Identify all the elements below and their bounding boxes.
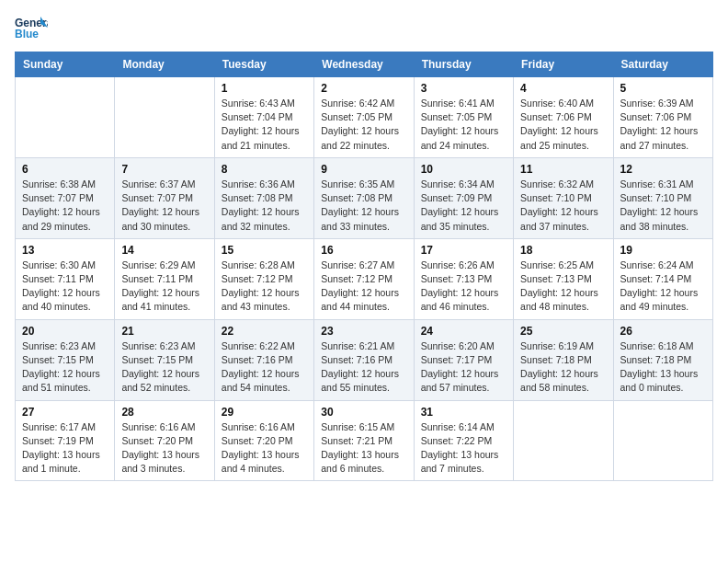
- day-number: 31: [421, 406, 506, 419]
- day-info: Sunrise: 6:18 AM Sunset: 7:18 PM Dayligh…: [620, 339, 706, 396]
- day-number: 14: [121, 244, 207, 257]
- calendar-cell: 2Sunrise: 6:42 AM Sunset: 7:05 PM Daylig…: [314, 77, 414, 158]
- calendar-week-row: 6Sunrise: 6:38 AM Sunset: 7:07 PM Daylig…: [16, 157, 713, 238]
- day-number: 11: [520, 163, 606, 176]
- day-number: 23: [321, 325, 406, 338]
- calendar-cell: 24Sunrise: 6:20 AM Sunset: 7:17 PM Dayli…: [414, 319, 513, 400]
- day-info: Sunrise: 6:32 AM Sunset: 7:10 PM Dayligh…: [520, 178, 606, 234]
- day-info: Sunrise: 6:34 AM Sunset: 7:09 PM Dayligh…: [421, 178, 506, 234]
- day-info: Sunrise: 6:43 AM Sunset: 7:04 PM Dayligh…: [222, 97, 307, 153]
- calendar-cell: [613, 400, 712, 481]
- calendar-week-row: 27Sunrise: 6:17 AM Sunset: 7:19 PM Dayli…: [16, 400, 713, 481]
- calendar-cell: 23Sunrise: 6:21 AM Sunset: 7:16 PM Dayli…: [314, 319, 414, 400]
- page-header: General Blue: [15, 15, 713, 40]
- calendar-cell: 27Sunrise: 6:17 AM Sunset: 7:19 PM Dayli…: [16, 400, 115, 481]
- calendar-table: SundayMondayTuesdayWednesdayThursdayFrid…: [15, 52, 713, 481]
- day-number: 7: [121, 163, 207, 176]
- calendar-cell: 7Sunrise: 6:37 AM Sunset: 7:07 PM Daylig…: [115, 157, 214, 238]
- day-number: 2: [321, 82, 406, 95]
- calendar-cell: 1Sunrise: 6:43 AM Sunset: 7:04 PM Daylig…: [214, 77, 313, 158]
- calendar-cell: 12Sunrise: 6:31 AM Sunset: 7:10 PM Dayli…: [613, 157, 712, 238]
- calendar-cell: 20Sunrise: 6:23 AM Sunset: 7:15 PM Dayli…: [16, 319, 115, 400]
- calendar-cell: 22Sunrise: 6:22 AM Sunset: 7:16 PM Dayli…: [214, 319, 313, 400]
- calendar-cell: 15Sunrise: 6:28 AM Sunset: 7:12 PM Dayli…: [214, 238, 313, 319]
- day-info: Sunrise: 6:42 AM Sunset: 7:05 PM Dayligh…: [321, 97, 406, 153]
- day-number: 28: [121, 406, 207, 419]
- day-number: 6: [22, 163, 108, 176]
- day-number: 13: [22, 244, 108, 257]
- calendar-day-header: Monday: [115, 52, 214, 77]
- calendar-cell: 5Sunrise: 6:39 AM Sunset: 7:06 PM Daylig…: [613, 77, 712, 158]
- day-info: Sunrise: 6:30 AM Sunset: 7:11 PM Dayligh…: [22, 259, 108, 315]
- calendar-cell: 8Sunrise: 6:36 AM Sunset: 7:08 PM Daylig…: [214, 157, 313, 238]
- day-number: 8: [222, 163, 307, 176]
- day-info: Sunrise: 6:40 AM Sunset: 7:06 PM Dayligh…: [520, 97, 606, 153]
- calendar-week-row: 13Sunrise: 6:30 AM Sunset: 7:11 PM Dayli…: [16, 238, 713, 319]
- day-info: Sunrise: 6:17 AM Sunset: 7:19 PM Dayligh…: [22, 420, 108, 477]
- day-info: Sunrise: 6:25 AM Sunset: 7:13 PM Dayligh…: [520, 259, 606, 315]
- day-info: Sunrise: 6:21 AM Sunset: 7:16 PM Dayligh…: [321, 339, 406, 396]
- calendar-cell: 10Sunrise: 6:34 AM Sunset: 7:09 PM Dayli…: [414, 157, 513, 238]
- calendar-cell: 4Sunrise: 6:40 AM Sunset: 7:06 PM Daylig…: [514, 77, 613, 158]
- calendar-cell: 30Sunrise: 6:15 AM Sunset: 7:21 PM Dayli…: [314, 400, 414, 481]
- calendar-cell: [514, 400, 613, 481]
- day-info: Sunrise: 6:37 AM Sunset: 7:07 PM Dayligh…: [121, 178, 207, 234]
- day-number: 5: [620, 82, 706, 95]
- calendar-cell: 3Sunrise: 6:41 AM Sunset: 7:05 PM Daylig…: [414, 77, 513, 158]
- day-number: 21: [121, 325, 207, 338]
- calendar-cell: 29Sunrise: 6:16 AM Sunset: 7:20 PM Dayli…: [214, 400, 313, 481]
- day-info: Sunrise: 6:23 AM Sunset: 7:15 PM Dayligh…: [22, 339, 108, 396]
- day-info: Sunrise: 6:41 AM Sunset: 7:05 PM Dayligh…: [421, 97, 506, 153]
- day-number: 18: [520, 244, 606, 257]
- calendar-cell: 14Sunrise: 6:29 AM Sunset: 7:11 PM Dayli…: [115, 238, 214, 319]
- calendar-cell: 9Sunrise: 6:35 AM Sunset: 7:08 PM Daylig…: [314, 157, 414, 238]
- calendar-day-header: Thursday: [414, 52, 513, 77]
- calendar-cell: 25Sunrise: 6:19 AM Sunset: 7:18 PM Dayli…: [514, 319, 613, 400]
- calendar-cell: 19Sunrise: 6:24 AM Sunset: 7:14 PM Dayli…: [613, 238, 712, 319]
- day-number: 20: [22, 325, 108, 338]
- day-info: Sunrise: 6:35 AM Sunset: 7:08 PM Dayligh…: [321, 178, 406, 234]
- calendar-week-row: 1Sunrise: 6:43 AM Sunset: 7:04 PM Daylig…: [16, 77, 713, 158]
- day-info: Sunrise: 6:27 AM Sunset: 7:12 PM Dayligh…: [321, 259, 406, 315]
- day-info: Sunrise: 6:16 AM Sunset: 7:20 PM Dayligh…: [222, 420, 307, 477]
- day-info: Sunrise: 6:20 AM Sunset: 7:17 PM Dayligh…: [421, 339, 506, 396]
- day-number: 22: [222, 325, 307, 338]
- day-number: 29: [222, 406, 307, 419]
- calendar-day-header: Wednesday: [314, 52, 414, 77]
- day-number: 4: [520, 82, 606, 95]
- calendar-cell: 18Sunrise: 6:25 AM Sunset: 7:13 PM Dayli…: [514, 238, 613, 319]
- calendar-header-row: SundayMondayTuesdayWednesdayThursdayFrid…: [16, 52, 713, 77]
- day-info: Sunrise: 6:36 AM Sunset: 7:08 PM Dayligh…: [222, 178, 307, 234]
- day-number: 12: [620, 163, 706, 176]
- day-number: 10: [421, 163, 506, 176]
- calendar-cell: [115, 77, 214, 158]
- day-info: Sunrise: 6:29 AM Sunset: 7:11 PM Dayligh…: [121, 259, 207, 315]
- calendar-day-header: Tuesday: [214, 52, 313, 77]
- svg-text:Blue: Blue: [15, 28, 39, 40]
- logo-icon: General Blue: [15, 15, 48, 40]
- day-info: Sunrise: 6:39 AM Sunset: 7:06 PM Dayligh…: [620, 97, 706, 153]
- day-number: 19: [620, 244, 706, 257]
- day-number: 3: [421, 82, 506, 95]
- calendar-day-header: Sunday: [16, 52, 115, 77]
- calendar-cell: 11Sunrise: 6:32 AM Sunset: 7:10 PM Dayli…: [514, 157, 613, 238]
- day-info: Sunrise: 6:26 AM Sunset: 7:13 PM Dayligh…: [421, 259, 506, 315]
- day-info: Sunrise: 6:28 AM Sunset: 7:12 PM Dayligh…: [222, 259, 307, 315]
- day-info: Sunrise: 6:15 AM Sunset: 7:21 PM Dayligh…: [321, 420, 406, 477]
- day-info: Sunrise: 6:22 AM Sunset: 7:16 PM Dayligh…: [222, 339, 307, 396]
- day-info: Sunrise: 6:23 AM Sunset: 7:15 PM Dayligh…: [121, 339, 207, 396]
- day-info: Sunrise: 6:31 AM Sunset: 7:10 PM Dayligh…: [620, 178, 706, 234]
- calendar-cell: [16, 77, 115, 158]
- calendar-cell: 26Sunrise: 6:18 AM Sunset: 7:18 PM Dayli…: [613, 319, 712, 400]
- calendar-body: 1Sunrise: 6:43 AM Sunset: 7:04 PM Daylig…: [16, 77, 713, 481]
- day-info: Sunrise: 6:38 AM Sunset: 7:07 PM Dayligh…: [22, 178, 108, 234]
- calendar-week-row: 20Sunrise: 6:23 AM Sunset: 7:15 PM Dayli…: [16, 319, 713, 400]
- calendar-cell: 28Sunrise: 6:16 AM Sunset: 7:20 PM Dayli…: [115, 400, 214, 481]
- day-number: 9: [321, 163, 406, 176]
- day-number: 24: [421, 325, 506, 338]
- day-number: 15: [222, 244, 307, 257]
- day-number: 16: [321, 244, 406, 257]
- day-info: Sunrise: 6:19 AM Sunset: 7:18 PM Dayligh…: [520, 339, 606, 396]
- day-number: 30: [321, 406, 406, 419]
- day-number: 25: [520, 325, 606, 338]
